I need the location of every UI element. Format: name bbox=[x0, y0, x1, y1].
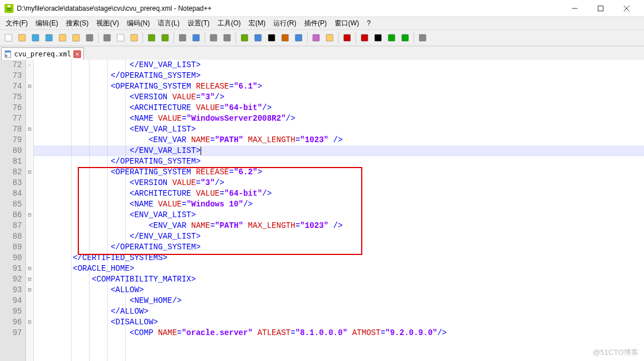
fold-marker[interactable] bbox=[26, 146, 33, 156]
menu-macro[interactable]: 宏(M) bbox=[245, 17, 269, 29]
editor[interactable]: 7273747576777879808182838485868788899091… bbox=[0, 60, 644, 361]
fold-marker[interactable] bbox=[26, 199, 33, 210]
fold-marker[interactable] bbox=[26, 103, 33, 113]
line-number: 87 bbox=[0, 221, 22, 231]
fold-marker[interactable] bbox=[26, 328, 33, 338]
tool-doc-icon[interactable] bbox=[323, 32, 336, 44]
tabbar: cvu_prereq.xml ✕ bbox=[0, 46, 644, 60]
tool-sync-icon[interactable] bbox=[238, 32, 251, 44]
line-number: 74 bbox=[0, 81, 22, 92]
line-number: 86 bbox=[0, 210, 22, 221]
tool-close-icon[interactable] bbox=[56, 32, 69, 44]
line-number: 84 bbox=[0, 188, 22, 199]
fold-marker[interactable] bbox=[26, 178, 33, 188]
menu-language[interactable]: 语言(L) bbox=[154, 17, 183, 29]
tool-closeall-icon[interactable] bbox=[70, 32, 82, 44]
close-button[interactable] bbox=[614, 0, 639, 17]
fold-marker[interactable] bbox=[26, 242, 33, 253]
menubar: 文件(F) 编辑(E) 搜索(S) 视图(V) 编码(N) 语言(L) 设置(T… bbox=[0, 17, 644, 29]
line-number: 75 bbox=[0, 92, 22, 103]
fold-marker[interactable] bbox=[26, 221, 33, 231]
fold-marker[interactable]: ⊟ bbox=[26, 124, 33, 135]
tool-play-icon[interactable] bbox=[385, 32, 398, 44]
tool-print-icon[interactable] bbox=[83, 32, 96, 44]
tool-undo-icon[interactable] bbox=[145, 32, 158, 44]
menu-tools[interactable]: 工具(O) bbox=[214, 17, 244, 29]
tab-label: cvu_prereq.xml bbox=[14, 50, 71, 58]
svg-rect-29 bbox=[361, 34, 368, 41]
tool-zoomin-icon[interactable] bbox=[207, 32, 220, 44]
tool-saveall-icon[interactable] bbox=[43, 32, 55, 44]
tool-paste-icon[interactable] bbox=[128, 32, 140, 44]
fold-marker[interactable]: ⊟ bbox=[26, 167, 33, 178]
fold-marker[interactable] bbox=[26, 92, 33, 103]
fold-marker[interactable] bbox=[26, 231, 33, 242]
menu-encoding[interactable]: 编码(N) bbox=[123, 17, 153, 29]
fold-marker[interactable] bbox=[26, 296, 33, 306]
tool-indent-icon[interactable] bbox=[279, 32, 291, 44]
svg-point-36 bbox=[5, 55, 7, 57]
code-area[interactable]: </ENV_VAR_LIST> </OPERATING_SYSTEM> <OPE… bbox=[34, 60, 644, 361]
line-number: 80 bbox=[0, 146, 22, 156]
line-number: 82 bbox=[0, 167, 22, 178]
tool-zoomout-icon[interactable] bbox=[221, 32, 233, 44]
fold-marker[interactable]: ⊟ bbox=[26, 285, 33, 296]
line-number: 89 bbox=[0, 242, 22, 253]
fold-marker[interactable]: ⊟ bbox=[26, 210, 33, 221]
line-number: 92 bbox=[0, 274, 22, 285]
line-number: 97 bbox=[0, 328, 22, 338]
svg-rect-12 bbox=[104, 34, 110, 41]
svg-rect-9 bbox=[59, 34, 66, 41]
menu-settings[interactable]: 设置(T) bbox=[184, 17, 213, 29]
line-number: 88 bbox=[0, 231, 22, 242]
fold-marker[interactable] bbox=[26, 188, 33, 199]
tool-redo-icon[interactable] bbox=[159, 32, 171, 44]
menu-help[interactable]: ? bbox=[363, 18, 374, 28]
tool-save-icon[interactable] bbox=[29, 32, 42, 44]
menu-edit[interactable]: 编辑(E) bbox=[32, 17, 61, 29]
tool-playall-icon[interactable] bbox=[399, 32, 411, 44]
menu-file[interactable]: 文件(F) bbox=[2, 17, 31, 29]
fold-marker[interactable]: ⊟ bbox=[26, 81, 33, 92]
tab-close-icon[interactable]: ✕ bbox=[73, 50, 81, 58]
svg-rect-24 bbox=[282, 34, 288, 41]
fold-marker[interactable]: - bbox=[26, 60, 33, 71]
menu-view[interactable]: 视图(V) bbox=[93, 17, 122, 29]
tool-monitor-icon[interactable] bbox=[341, 32, 353, 44]
line-number: 81 bbox=[0, 156, 22, 167]
fold-marker[interactable] bbox=[26, 71, 33, 81]
tool-find-icon[interactable] bbox=[176, 32, 189, 44]
fold-marker[interactable] bbox=[26, 306, 33, 317]
tool-userlang-icon[interactable] bbox=[310, 32, 322, 44]
maximize-button[interactable] bbox=[588, 0, 614, 17]
tool-new-icon[interactable] bbox=[2, 32, 15, 44]
fold-marker[interactable] bbox=[26, 253, 33, 263]
fold-marker[interactable] bbox=[26, 113, 33, 124]
tool-cut-icon[interactable] bbox=[101, 32, 113, 44]
menu-search[interactable]: 搜索(S) bbox=[63, 17, 92, 29]
svg-rect-31 bbox=[388, 34, 395, 41]
tool-fold-icon[interactable] bbox=[292, 32, 305, 44]
fold-gutter[interactable]: -⊟⊟⊟⊟⊟⊟⊟⊟ bbox=[26, 60, 34, 361]
line-number: 85 bbox=[0, 199, 22, 210]
minimize-button[interactable] bbox=[562, 0, 588, 17]
menu-plugins[interactable]: 插件(P) bbox=[301, 17, 330, 29]
tool-copy-icon[interactable] bbox=[114, 32, 127, 44]
tool-open-icon[interactable] bbox=[16, 32, 28, 44]
fold-marker[interactable] bbox=[26, 156, 33, 167]
menu-window[interactable]: 窗口(W) bbox=[331, 17, 362, 29]
svg-rect-8 bbox=[46, 34, 52, 41]
fold-marker[interactable]: ⊟ bbox=[26, 317, 33, 328]
app-icon bbox=[5, 4, 14, 13]
fold-marker[interactable]: ⊟ bbox=[26, 263, 33, 274]
tool-allchars-icon[interactable] bbox=[265, 32, 278, 44]
tool-wrap-icon[interactable] bbox=[252, 32, 264, 44]
menu-run[interactable]: 运行(R) bbox=[270, 17, 300, 29]
tool-stop-icon[interactable] bbox=[372, 32, 384, 44]
tool-rec-icon[interactable] bbox=[358, 32, 371, 44]
fold-marker[interactable] bbox=[26, 135, 33, 146]
tool-panel-icon[interactable] bbox=[416, 32, 429, 44]
fold-marker[interactable]: ⊟ bbox=[26, 274, 33, 285]
tab-cvu-prereq[interactable]: cvu_prereq.xml ✕ bbox=[1, 47, 84, 60]
tool-replace-icon[interactable] bbox=[190, 32, 202, 44]
